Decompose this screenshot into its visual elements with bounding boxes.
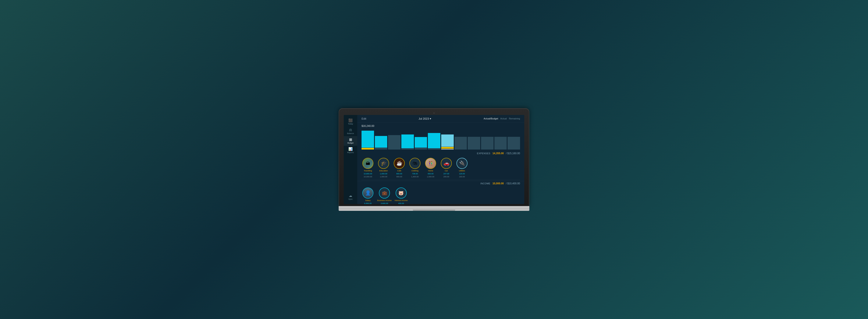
home-name: Home [428, 170, 433, 172]
bar-group-12[interactable] [507, 137, 520, 149]
bar-cyan-4 [401, 135, 414, 148]
bar-gray-2 [375, 148, 388, 149]
bar-active-7 [441, 135, 454, 147]
sidebar-item-today[interactable]: ⬛ Today [344, 117, 357, 127]
category-travelling[interactable]: 🏔 Travelling 10,800.00 10,000.00 [362, 158, 374, 178]
budget-icon: ▦ [349, 138, 352, 141]
bar-cyan-2 [375, 136, 388, 148]
bar-group-11[interactable] [494, 137, 507, 149]
category-home[interactable]: 👫 Home 650.00 1,500.00 [424, 158, 437, 178]
cafe-budget: 900.00 [396, 176, 402, 178]
interest-icon-wrap: 🐷 [396, 187, 407, 199]
bar-group-7[interactable] [441, 135, 454, 149]
bar-group-3[interactable] [388, 135, 401, 149]
income-label: INCOME [480, 182, 490, 185]
utilities-name: Utilities [459, 170, 465, 172]
education-actual: 1,000.00 [380, 173, 387, 175]
salary-actual: 6,000.00 [364, 202, 371, 204]
bar-group-8[interactable] [455, 137, 467, 149]
laptop-screen: ⬛ Today ⚖ Balance ▦ Budget 📊 Reports ☁ [344, 115, 524, 204]
utilities-budget: 160.00 [459, 176, 465, 178]
category-clothing[interactable]: 🛍 Clothing 738.00 1,400.00 [409, 158, 421, 178]
income-business[interactable]: 💼 Business income 3,600.00 4,000.00 [377, 187, 392, 204]
cafe-icon: ☕ [397, 161, 402, 166]
expenses-budget: / $15,160.00 [506, 152, 520, 155]
dropdown-icon: ▾ [430, 117, 431, 120]
bar-yellow-7 [441, 147, 454, 149]
sidebar-label-sync: Sync [348, 198, 352, 200]
today-icon: ⬛ [348, 119, 352, 122]
bar-yellow-1 [362, 148, 374, 149]
bar-group-5[interactable] [415, 137, 427, 149]
income-budget: / $10,400.00 [506, 182, 520, 185]
income-salary[interactable]: 👤 Salary 6,000.00 6,000.00 [362, 187, 374, 204]
sidebar-item-sync[interactable]: ☁ Sync [344, 192, 357, 202]
category-car[interactable]: 🚗 Car 247.00 200.00 [440, 158, 453, 178]
salary-photo: 👤 [363, 188, 373, 198]
sidebar-item-budget[interactable]: ▦ Budget [344, 136, 357, 146]
sidebar-label-today: Today [348, 123, 353, 125]
car-icon-wrap: 🚗 [441, 158, 452, 169]
bar-group-4[interactable] [401, 135, 414, 149]
sidebar-item-balance[interactable]: ⚖ Balance [344, 127, 357, 136]
home-photo: 👫 [426, 158, 436, 168]
income-summary-row: INCOME 10,000.00 / $10,400.00 [357, 181, 524, 186]
bar-gray-8 [455, 137, 467, 149]
utilities-icon: 🔌 [459, 161, 465, 166]
chart-top-value: $16,240.00 [362, 124, 520, 127]
view-actual[interactable]: Actual [500, 117, 507, 120]
sidebar: ⬛ Today ⚖ Balance ▦ Budget 📊 Reports ☁ [344, 115, 357, 204]
car-budget: 200.00 [443, 176, 449, 178]
sidebar-item-reports[interactable]: 📊 Reports [344, 146, 357, 155]
education-budget: 1,000.00 [380, 176, 387, 178]
travelling-icon-wrap: 🏔 [362, 158, 373, 169]
view-remaining[interactable]: Remaining [509, 117, 520, 120]
interest-actual: 400.00 [398, 202, 404, 204]
bar-cyan-5 [415, 137, 427, 148]
sidebar-label-balance: Balance [347, 132, 354, 135]
cafe-icon-wrap: ☕ [394, 158, 405, 169]
bar-gray-4 [401, 148, 414, 149]
bar-cyan-6 [428, 133, 440, 148]
clothing-icon-wrap: 🛍 [409, 158, 421, 169]
home-actual: 650.00 [428, 173, 434, 175]
category-utilities[interactable]: 🔌 Utilities 120.00 160.00 [456, 158, 468, 178]
sidebar-label-budget: Budget [347, 142, 354, 144]
cafe-actual: 800.00 [396, 173, 402, 175]
bar-group-1[interactable] [362, 130, 374, 149]
expenses-actual: 14,355.00 [493, 152, 504, 155]
sync-icon: ☁ [349, 194, 352, 198]
interest-icon: 🐷 [398, 191, 404, 196]
business-icon-wrap: 💼 [379, 187, 390, 199]
travelling-actual: 10,800.00 [364, 173, 372, 175]
bar-group-6[interactable] [428, 133, 440, 149]
education-icon: 🎓 [381, 161, 386, 166]
income-interest[interactable]: 🐷 Interest income 400.00 400.00 [395, 187, 408, 204]
salary-name: Salary [365, 199, 371, 202]
month-label: Jul 2023 [418, 117, 429, 120]
bar-group-2[interactable] [375, 136, 388, 149]
view-actual-budget[interactable]: Actual/Budget [484, 117, 498, 120]
clothing-icon: 🛍 [412, 161, 417, 166]
education-name: Education [379, 170, 388, 172]
bar-gray-3 [388, 135, 401, 149]
bar-gray-10 [481, 137, 494, 149]
month-selector[interactable]: Jul 2023 ▾ [418, 117, 431, 120]
main-content: Edit Jul 2023 ▾ Actual/Budget Actual Rem… [357, 115, 524, 204]
salary-icon-wrap: 👤 [362, 187, 373, 199]
bar-chart [362, 128, 520, 149]
clothing-name: Clothing [411, 170, 418, 172]
category-education[interactable]: 🎓 Education 1,000.00 1,000.00 [377, 158, 390, 178]
home-icon-wrap: 👫 [425, 158, 436, 169]
category-cafe[interactable]: ☕ Cafe 800.00 900.00 [393, 158, 406, 178]
bar-group-9[interactable] [468, 137, 480, 149]
sidebar-label-reports: Reports [347, 151, 354, 153]
income-categories: 👤 Salary 6,000.00 6,000.00 💼 Business in… [357, 186, 524, 204]
bar-group-10[interactable] [481, 137, 494, 149]
travelling-name: Travelling [364, 170, 372, 172]
education-icon-wrap: 🎓 [378, 158, 389, 169]
edit-label[interactable]: Edit [362, 117, 366, 120]
top-bar: Edit Jul 2023 ▾ Actual/Budget Actual Rem… [357, 115, 524, 122]
business-actual: 3,600.00 [381, 202, 388, 204]
divider-1 [362, 180, 520, 180]
